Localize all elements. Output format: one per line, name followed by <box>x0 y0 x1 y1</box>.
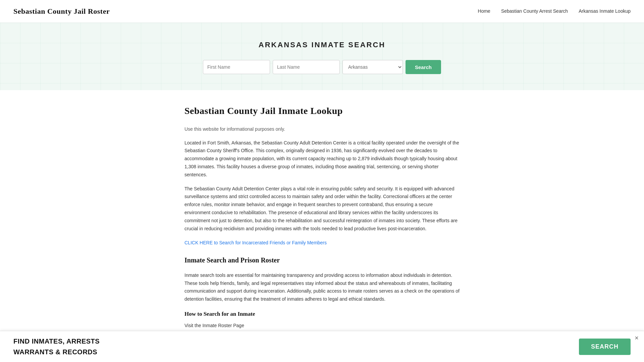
main-content: Sebastian County Jail Inmate Lookup Use … <box>171 104 473 344</box>
nav-home[interactable]: Home <box>478 7 490 15</box>
first-name-input[interactable] <box>203 60 270 74</box>
state-select[interactable]: Arkansas Alabama Alaska Arizona Californ… <box>342 60 403 74</box>
visit-label: Visit the Inmate Roster Page <box>184 322 460 330</box>
banner-text: FIND INMATES, ARRESTS WARRANTS & RECORDS <box>13 336 100 357</box>
page-heading: Sebastian County Jail Inmate Lookup <box>184 104 460 119</box>
bottom-banner: FIND INMATES, ARRESTS WARRANTS & RECORDS… <box>0 331 644 357</box>
hero-section: ARKANSAS INMATE SEARCH Arkansas Alabama … <box>0 23 644 90</box>
main-nav: Home Sebastian County Arrest Search Arka… <box>478 7 631 15</box>
banner-search-button[interactable]: SEARCH <box>579 339 631 355</box>
paragraph-1: Located in Fort Smith, Arkansas, the Seb… <box>184 139 460 179</box>
nav-arrest-search[interactable]: Sebastian County Arrest Search <box>501 7 568 15</box>
site-title: Sebastian County Jail Roster <box>13 5 110 17</box>
last-name-input[interactable] <box>273 60 340 74</box>
hero-search-button[interactable]: Search <box>406 60 441 74</box>
site-header: Sebastian County Jail Roster Home Sebast… <box>0 0 644 23</box>
click-here-link[interactable]: CLICK HERE to Search for Incarcerated Fr… <box>184 239 327 246</box>
banner-close-button[interactable]: × <box>635 335 639 341</box>
hero-title: ARKANSAS INMATE SEARCH <box>7 39 637 51</box>
inmate-search-form: Arkansas Alabama Alaska Arizona Californ… <box>7 60 637 74</box>
paragraph-2: The Sebastian County Adult Detention Cen… <box>184 185 460 233</box>
banner-subtitle: WARRANTS & RECORDS <box>13 347 100 357</box>
sub-heading: How to Search for an Inmate <box>184 309 460 318</box>
paragraph-3: Inmate search tools are essential for ma… <box>184 272 460 303</box>
disclaimer-text: Use this website for informational purpo… <box>184 125 460 133</box>
banner-title: FIND INMATES, ARRESTS <box>13 336 100 347</box>
section-heading: Inmate Search and Prison Roster <box>184 255 460 265</box>
nav-inmate-lookup[interactable]: Arkansas Inmate Lookup <box>579 7 631 15</box>
